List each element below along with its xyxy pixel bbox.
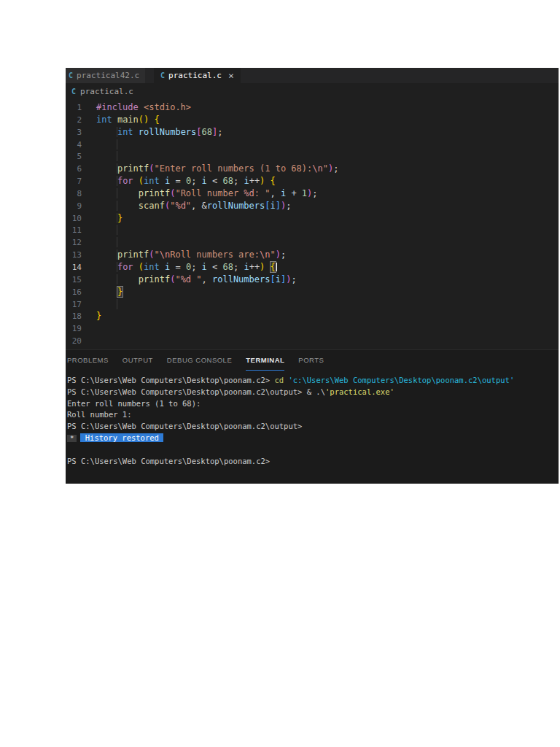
line-number: 7 — [66, 176, 82, 188]
code-text — [96, 139, 117, 150]
code-token: [ — [270, 274, 275, 285]
code-token: Roll number 1: — [67, 410, 132, 419]
code-line: 19 — [66, 322, 559, 335]
line-number: 14 — [66, 262, 82, 274]
code-text: scanf("%d", &rollNumbers[i]); — [96, 201, 291, 211]
c-file-icon: C — [160, 71, 165, 80]
code-token: ++ — [249, 176, 260, 186]
line-number: 8 — [66, 188, 82, 201]
code-editor[interactable]: 1#include <stdio.h>2int main() {3 int ro… — [66, 100, 559, 349]
line-number: 17 — [66, 299, 82, 311]
tab-practical42[interactable]: C practical42.c — [66, 68, 145, 83]
code-token: PS C:\Users\Web Computers\Desktop\poonam… — [67, 422, 302, 430]
code-token: ( — [149, 163, 154, 174]
code-token — [96, 262, 117, 272]
code-token: #include — [96, 102, 139, 112]
code-text — [96, 299, 117, 309]
code-token — [96, 151, 117, 161]
code-token — [96, 201, 117, 211]
line-number: 10 — [66, 213, 82, 225]
code-token — [265, 262, 270, 272]
code-token: ; — [291, 274, 296, 285]
code-token: i — [276, 274, 281, 285]
c-file-icon: C — [71, 88, 76, 96]
panel-tab-problems[interactable]: PROBLEMS — [67, 350, 109, 371]
line-number: 3 — [66, 127, 82, 139]
code-token — [96, 287, 117, 297]
code-line: 15 printf("%d ", rollNumbers[i]); — [66, 274, 559, 286]
code-token — [96, 237, 117, 247]
code-text: printf("\nRoll numbers are:\n"); — [96, 249, 286, 260]
code-token: + — [286, 188, 302, 198]
code-line: 12 — [66, 236, 559, 249]
panel-tab-ports[interactable]: PORTS — [298, 350, 324, 371]
code-token: ; — [191, 176, 201, 186]
code-token: } — [117, 287, 122, 297]
code-token: } — [117, 213, 122, 223]
code-token: for — [117, 262, 133, 272]
code-token: " — [323, 163, 328, 174]
close-icon[interactable]: × — [228, 71, 234, 80]
panel-tab-terminal[interactable]: TERMINAL — [246, 350, 284, 371]
code-token: i — [244, 262, 249, 272]
code-line: 7 for (int i = 0; i < 68; i++) { — [66, 175, 559, 187]
code-token: () — [139, 115, 149, 125]
line-number: 12 — [66, 237, 82, 249]
code-token: main — [117, 115, 139, 125]
terminal-line — [67, 444, 559, 456]
code-token: 'practical.exe' — [325, 387, 394, 396]
terminal-line: * History restored — [67, 433, 559, 444]
tab-practical[interactable]: C practical.c × — [154, 68, 241, 83]
terminal-line: Roll number 1: — [67, 409, 559, 421]
code-token: , & — [191, 201, 207, 211]
code-line: 14 for (int i = 0; i < 68; i++) { — [66, 261, 559, 274]
code-token: : " — [254, 188, 271, 198]
code-text: } — [96, 311, 101, 321]
line-number: 19 — [66, 323, 82, 336]
panel-tab-output[interactable]: OUTPUT — [122, 350, 153, 371]
code-token — [96, 274, 117, 285]
code-token: PS C:\Users\Web Computers\Desktop\poonam… — [67, 387, 325, 396]
code-token: [ — [265, 201, 270, 211]
terminal-line: Enter roll numbers (1 to 68): — [67, 398, 559, 410]
code-token — [96, 299, 117, 309]
code-token: rollNumbers — [207, 201, 265, 211]
code-token: ; — [312, 188, 317, 198]
code-token — [149, 115, 154, 125]
code-text — [96, 237, 117, 247]
code-token: , — [202, 274, 212, 285]
code-token: i — [202, 262, 207, 272]
code-token — [96, 249, 117, 260]
code-token — [139, 102, 144, 112]
code-line: 5 — [66, 150, 559, 163]
tab-label: practical.c — [168, 71, 222, 80]
code-token: ; — [217, 127, 222, 137]
code-token — [112, 115, 117, 125]
line-number: 2 — [66, 115, 82, 127]
code-token: PS C:\Users\Web Computers\Desktop\poonam… — [67, 457, 270, 465]
panel-tab-debug-console[interactable]: DEBUG CONSOLE — [167, 350, 232, 371]
code-token: Enter roll numbers (1 to 68): — [67, 399, 201, 408]
code-line: 3 int rollNumbers[68]; — [66, 126, 559, 139]
terminal-line: PS C:\Users\Web Computers\Desktop\poonam… — [67, 456, 559, 468]
line-number: 20 — [66, 336, 82, 348]
code-line: 11 — [66, 224, 559, 236]
terminal[interactable]: PS C:\Users\Web Computers\Desktop\poonam… — [66, 370, 559, 484]
code-token: ) — [276, 249, 281, 260]
code-token: < — [207, 262, 223, 272]
code-text — [96, 225, 117, 235]
code-token: ; — [333, 163, 338, 174]
code-token — [96, 139, 117, 150]
code-token: } — [96, 311, 101, 321]
code-token — [96, 213, 117, 223]
code-text — [96, 151, 117, 161]
code-token: [ — [196, 127, 201, 137]
breadcrumb[interactable]: C practical.c — [66, 83, 559, 100]
line-number: 5 — [66, 151, 82, 163]
code-line: 2int main() { — [66, 114, 559, 126]
code-token — [117, 274, 139, 285]
text-cursor — [276, 263, 277, 271]
code-token: scanf — [139, 201, 165, 211]
code-token: i — [271, 201, 276, 211]
code-token: " — [175, 274, 180, 285]
